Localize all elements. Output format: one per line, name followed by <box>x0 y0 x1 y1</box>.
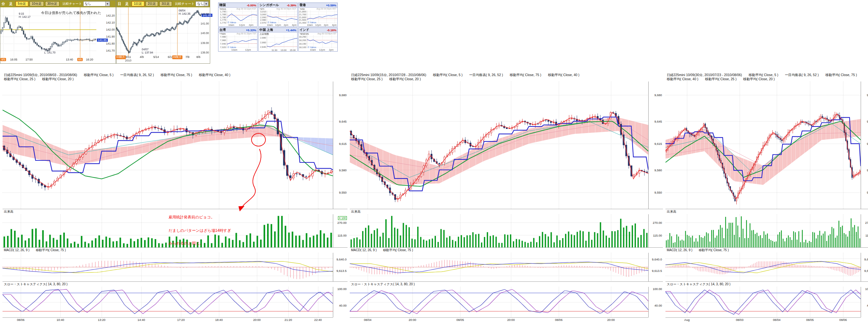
time-label: 10am <box>228 24 234 26</box>
stochastics-chart[interactable] <box>350 287 648 318</box>
candlestick-chart[interactable] <box>665 82 861 209</box>
market-change: +0.33% <box>246 28 256 32</box>
interval-button-3day[interactable]: 3日足 <box>159 1 172 6</box>
axis-label: 141.00 <box>200 22 209 25</box>
volume-section-label: 出来高 <box>350 209 663 214</box>
market-tile-shanghai[interactable]: 中国 上海+1.44% 上証指数 2,6802,6602,640 11:3013… <box>258 27 298 52</box>
yahoo-watermark: © Yahoo <box>228 21 236 24</box>
mini-time-axis: 10am12pm2pm <box>227 24 257 26</box>
axis-label: 18,250 <box>299 35 306 38</box>
macd-axis: 9,640.09,613.5 <box>333 253 347 281</box>
macd-chart[interactable] <box>665 253 861 281</box>
candlestick-chart[interactable] <box>350 82 648 209</box>
stochastics-chart[interactable] <box>665 287 861 318</box>
axis-label: 7,920 <box>220 46 226 48</box>
interval-button-10min[interactable]: 10分足 <box>30 1 44 6</box>
axis-label: 9,613.5 <box>652 269 662 272</box>
time-label: 7/9 <box>185 55 189 59</box>
panel-title-line1: 日経225mini 10/09(5分, 2010/08/03 - 2010/08… <box>4 73 347 77</box>
axis-label: 270.00 <box>653 221 662 224</box>
market-timestamp: Aug 06 03:59pm IST <box>317 32 336 35</box>
time-label: 4pm <box>332 24 337 26</box>
time-axis: 08/0420:0008/0520:0008/0620:00 <box>350 318 648 323</box>
volume-chart[interactable] <box>665 214 861 247</box>
chevron-down-icon: ▼ <box>204 2 208 6</box>
volume-chart[interactable] <box>350 214 648 247</box>
time-label: 08/03 <box>736 318 743 322</box>
axis-label: 9,615 <box>339 142 347 145</box>
axis-label: 9,613.5 <box>864 269 868 272</box>
price-axis: 9,6809,6459,6159,5809,550 <box>648 82 663 209</box>
time-label: 10am <box>267 24 273 26</box>
minute-time-axis: 8/516:0517:5013:408/616:20 <box>0 58 96 63</box>
axis-label: 142.00 <box>106 28 115 31</box>
axis-label: 18,150 <box>299 42 306 45</box>
candlestick-chart[interactable] <box>3 82 333 209</box>
axis-label: 142.00 <box>200 12 209 16</box>
compare-chart-select[interactable]: なし ▼ <box>83 1 110 6</box>
axis-label: 141.70 <box>106 49 115 52</box>
price-axis: 9,6809,6459,6159,5809,550 <box>861 82 868 209</box>
axis-label: 1,770 <box>220 21 226 24</box>
stochastics-section-label: スロー・ストキャスティクス( 14, 3, 80, 20 ) <box>350 281 663 287</box>
axis-label: 115.00 <box>653 233 662 237</box>
yahoo-watermark: © Yahoo <box>268 21 276 24</box>
mini-axis: 7,9807,9607,9407,920 <box>218 35 227 48</box>
panel-title-line1: 日経225mini 10/09(15分, 2010/07/28 - 2010/0… <box>351 73 663 77</box>
axis-label: 9,613.5 <box>336 269 347 272</box>
market-change: -0.16% <box>327 28 336 32</box>
market-tile-taiwan[interactable]: 台湾+0.33% ^TWIIAug 06 01:33pm TST 7,9807,… <box>218 27 257 52</box>
market-tile-hongkong[interactable]: 香港+0.59% ^HSIAug 06 04:00pm HKT 21,80021… <box>298 3 338 27</box>
annotation-note-2: だましのパターンはざら場14時すぎ <box>168 228 231 233</box>
market-timestamp: Aug 06 04:00pm HKT <box>316 8 336 10</box>
trading-workspace: { "minute_panel": { "label": "分 足", "but… <box>0 0 868 326</box>
axis-label: 100.00 <box>337 287 347 290</box>
time-label: 4/9 <box>140 55 144 59</box>
macd-section-label: MACD( 12, 26, 9 ) 移動平均( Close, 75 ) <box>3 247 347 253</box>
stochastics-section-label: スロー・ストキャスティクス( 14, 3, 80, 20 ) <box>3 281 347 287</box>
time-label: 10am <box>231 48 238 51</box>
interval-button-2day[interactable]: 2日足 <box>146 1 158 6</box>
market-name: 中国 上海 <box>259 28 273 32</box>
market-tile-korea[interactable]: 韓国-0.00% ^KS11Aug 06 03:02pm KST 1,7901,… <box>218 3 257 27</box>
compare-chart-select[interactable]: なし ▼ <box>195 1 209 6</box>
macd-chart[interactable] <box>350 253 648 281</box>
time-label: 22:40 <box>314 318 322 322</box>
market-name: シンガポール <box>259 3 279 7</box>
chart-annotation: 今日は債券が売られて株先が買われた <box>41 10 101 15</box>
axis-label: 141.80 <box>106 42 115 45</box>
axis-label: 21,400 <box>299 21 306 24</box>
mini-line-chart[interactable] <box>267 36 298 49</box>
time-label: 13:00 <box>280 49 286 52</box>
axis-label: 18,200 <box>299 39 306 42</box>
yahoo-watermark: © Yahoo <box>228 46 236 48</box>
interval-button-1day[interactable]: 1日足 <box>132 1 144 6</box>
interval-button-5min[interactable]: 5分足 <box>16 1 28 6</box>
hand-drawn-circle-annotation <box>251 133 266 146</box>
time-label: 08/05 <box>457 318 464 322</box>
yahoo-watermark: © Yahoo <box>308 21 316 24</box>
macd-chart[interactable] <box>3 253 333 281</box>
nikkei-panel-30min: 日経225mini 10/09(30分, 2010/07/23 - 2010/0… <box>665 73 868 323</box>
axis-label: 9,680 <box>867 93 868 97</box>
market-tile-singapore[interactable]: シンガポール-0.39% ^STIAug 06 04:59pm SGT 3,01… <box>258 3 298 27</box>
market-change: +1.44% <box>286 28 297 32</box>
stochastics-chart[interactable] <box>3 287 333 318</box>
market-tile-india[interactable]: インド-0.16% ^BSESNAug 06 03:59pm IST 18,25… <box>298 27 338 52</box>
time-label: 12pm <box>319 48 325 51</box>
interval-button-30min[interactable]: 30分足 <box>45 1 59 6</box>
mini-axis: 18,25018,20018,15018,100 <box>299 35 307 48</box>
mini-time-axis: 10am12pm2pm <box>307 48 337 51</box>
time-axis: Aug08/0308/0408/0508/06 <box>665 318 861 323</box>
time-label: 2pm <box>284 24 288 26</box>
time-label: 10am <box>310 48 316 51</box>
axis-label: 9,640.0 <box>864 257 868 261</box>
daily-panel-toolbar: 日 足 1日足 2日足 3日足 比較チャート なし ▼ <box>116 0 210 7</box>
low-marker: 04/07L: 137.94 <box>142 48 153 54</box>
compare-chart-value: なし <box>197 2 204 6</box>
volume-chart[interactable] <box>3 214 333 247</box>
panel-header: 日経225mini 10/09(5分, 2010/08/03 - 2010/08… <box>3 73 347 82</box>
mini-time-axis: 11:3013:0015:00 <box>267 49 297 51</box>
axis-label: 142.10 <box>106 21 115 24</box>
axis-label: 115.00 <box>338 233 347 237</box>
